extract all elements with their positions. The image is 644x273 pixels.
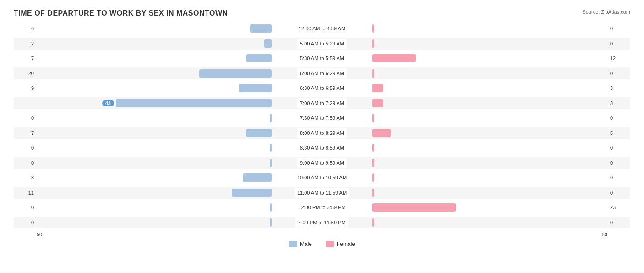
time-label: 7:30 AM to 7:59 AM	[297, 113, 347, 123]
bar-right-wrap	[372, 84, 385, 92]
table-row: 11 11:00 AM to 11:59 AM 0	[14, 187, 630, 199]
bars-center: 11:00 AM to 11:59 AM	[37, 187, 607, 199]
bars-center: 5:00 AM to 5:29 AM	[37, 38, 607, 50]
table-row: 0 12:00 PM to 3:59 PM 23	[14, 201, 630, 213]
female-bar	[372, 99, 383, 107]
table-row: 20 6:00 AM to 6:29 AM 0	[14, 67, 630, 79]
bar-left-wrap	[268, 114, 272, 122]
right-value: 3	[607, 85, 630, 91]
time-label: 10:00 AM to 10:59 AM	[295, 173, 349, 183]
bar-right-wrap	[372, 114, 376, 122]
legend-male-box	[289, 241, 297, 247]
bar-right-wrap	[372, 69, 376, 78]
time-label: 6:30 AM to 6:59 AM	[297, 83, 347, 93]
male-bar	[116, 99, 272, 107]
axis-right-label: 50	[602, 232, 607, 237]
time-label: 5:00 AM to 5:29 AM	[297, 39, 347, 49]
female-bar	[372, 203, 456, 212]
right-value: 0	[607, 145, 630, 150]
female-bar	[372, 129, 391, 137]
time-label: 7:00 AM to 7:29 AM	[297, 98, 347, 108]
male-bar	[239, 84, 272, 92]
time-label: 4:00 PM to 11:59 PM	[295, 217, 348, 228]
female-bar	[372, 189, 374, 197]
chart-area: 6 12:00 AM to 4:59 AM 0 2 5:00 AM to 5:2…	[14, 21, 630, 248]
female-bar	[372, 159, 374, 167]
source-text: Source: ZipAtlas.com	[582, 9, 630, 15]
right-value: 5	[607, 130, 630, 136]
table-row: 2 5:00 AM to 5:29 AM 0	[14, 38, 630, 50]
bar-left-wrap	[262, 39, 272, 48]
female-bar	[372, 173, 374, 182]
bar-right-wrap	[372, 173, 376, 182]
bar-right-wrap	[372, 39, 376, 48]
bar-left-wrap	[245, 129, 272, 137]
left-value: 7	[14, 56, 37, 61]
legend-female-label: Female	[337, 241, 355, 247]
bars-center: 4:00 PM to 11:59 PM	[37, 217, 607, 228]
table-row: 0 9:00 AM to 9:59 AM 0	[14, 157, 630, 169]
left-value: 0	[14, 115, 37, 121]
left-value: 0	[14, 220, 37, 225]
male-bar	[246, 129, 272, 137]
bar-left-wrap	[248, 24, 272, 33]
left-value: 0	[14, 205, 37, 210]
bar-left-wrap	[268, 159, 272, 167]
right-value: 0	[607, 160, 630, 166]
bar-left-wrap	[241, 173, 272, 182]
bars-center: 9:00 AM to 9:59 AM	[37, 157, 607, 169]
bar-left-wrap: 43	[102, 99, 272, 107]
right-value: 0	[607, 115, 630, 121]
bar-right-wrap	[372, 203, 458, 212]
bar-left-wrap	[245, 54, 272, 62]
male-bar	[199, 69, 272, 78]
left-value: 2	[14, 41, 37, 46]
bars-center: 10:00 AM to 10:59 AM	[37, 172, 607, 184]
bar-left-wrap	[268, 218, 272, 227]
time-label: 12:00 AM to 4:59 AM	[296, 23, 348, 33]
female-bar	[372, 218, 374, 227]
time-label: 8:30 AM to 8:59 AM	[297, 143, 347, 153]
bar-right-wrap	[372, 159, 376, 167]
bar-left-wrap	[268, 203, 272, 212]
male-bar	[243, 173, 272, 182]
female-bar	[372, 54, 416, 62]
table-row: 6 12:00 AM to 4:59 AM 0	[14, 22, 630, 34]
chart-container: TIME OF DEPARTURE TO WORK BY SEX IN MASO…	[0, 0, 644, 273]
male-badge: 43	[102, 100, 114, 106]
bars-center: 12:00 AM to 4:59 AM	[37, 22, 607, 34]
table-row: 0 7:30 AM to 7:59 AM 0	[14, 112, 630, 124]
left-value: 0	[14, 160, 37, 166]
bar-left-wrap	[197, 69, 272, 78]
male-bar	[270, 218, 272, 227]
male-bar	[250, 24, 272, 33]
bars-center: 8:00 AM to 8:29 AM	[37, 127, 607, 139]
time-label: 8:00 AM to 8:29 AM	[297, 128, 347, 138]
right-value: 12	[607, 56, 630, 61]
bar-left-wrap	[230, 189, 272, 197]
left-value: 0	[14, 145, 37, 150]
bar-right-wrap	[372, 54, 418, 62]
left-value: 20	[14, 71, 37, 76]
table-row: 7 8:00 AM to 8:29 AM 5	[14, 127, 630, 139]
bar-right-wrap	[372, 99, 385, 107]
bar-right-wrap	[372, 129, 393, 137]
right-value: 3	[607, 100, 630, 106]
bars-center: 5:30 AM to 5:59 AM	[37, 52, 607, 64]
legend-female: Female	[326, 241, 355, 247]
female-bar	[372, 39, 374, 48]
legend: Male Female	[14, 241, 630, 247]
male-bar	[270, 159, 272, 167]
bars-center: 7:30 AM to 7:59 AM	[37, 112, 607, 124]
table-row: 43 7:00 AM to 7:29 AM 3	[14, 97, 630, 109]
right-value: 0	[607, 71, 630, 76]
bars-center: 8:30 AM to 8:59 AM	[37, 142, 607, 154]
male-bar	[264, 39, 272, 48]
time-label: 5:30 AM to 5:59 AM	[297, 53, 347, 63]
bars-center: 12:00 PM to 3:59 PM	[37, 201, 607, 213]
axis-bottom: 50 50	[14, 230, 630, 239]
table-row: 0 4:00 PM to 11:59 PM 0	[14, 217, 630, 228]
time-label: 6:00 AM to 6:29 AM	[297, 68, 347, 78]
legend-male-label: Male	[300, 241, 312, 247]
male-bar	[270, 114, 272, 122]
